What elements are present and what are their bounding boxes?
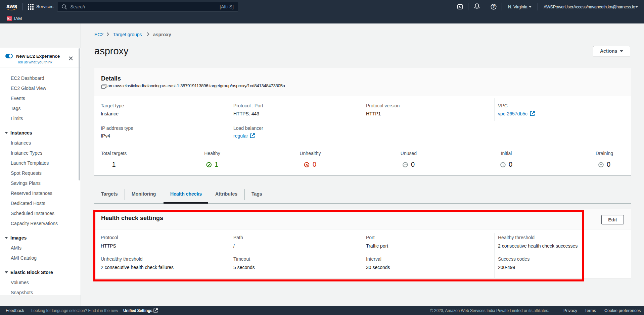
svg-text:aws: aws: [6, 3, 17, 9]
svg-text:?: ?: [492, 4, 495, 9]
